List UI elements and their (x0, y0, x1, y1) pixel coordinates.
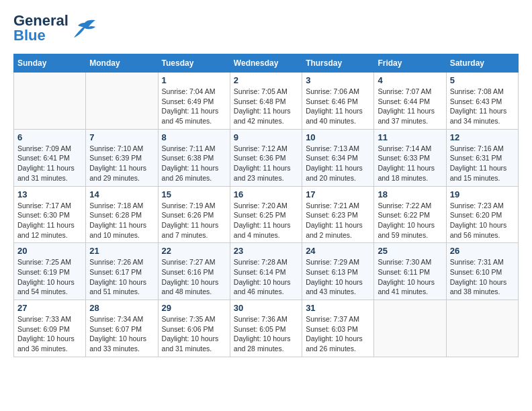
calendar-cell: 9Sunrise: 7:12 AMSunset: 6:36 PMDaylight… (230, 129, 302, 186)
calendar-cell: 11Sunrise: 7:14 AMSunset: 6:33 PMDayligh… (374, 129, 446, 186)
day-number: 21 (89, 246, 154, 256)
calendar-cell (86, 73, 158, 130)
day-number: 27 (17, 303, 82, 313)
calendar-cell (446, 300, 518, 357)
day-info: Sunrise: 7:04 AMSunset: 6:49 PMDaylight:… (162, 87, 226, 126)
calendar-cell: 23Sunrise: 7:28 AMSunset: 6:14 PMDayligh… (230, 243, 302, 300)
calendar-cell: 22Sunrise: 7:27 AMSunset: 6:16 PMDayligh… (158, 243, 230, 300)
day-info: Sunrise: 7:29 AMSunset: 6:13 PMDaylight:… (306, 257, 370, 297)
calendar-cell: 1Sunrise: 7:04 AMSunset: 6:49 PMDaylight… (158, 73, 230, 130)
calendar-header-row: SundayMondayTuesdayWednesdayThursdayFrid… (14, 54, 519, 73)
day-info: Sunrise: 7:18 AMSunset: 6:28 PMDaylight:… (89, 201, 154, 240)
day-number: 15 (162, 189, 226, 199)
day-number: 28 (89, 303, 154, 313)
calendar-cell: 2Sunrise: 7:05 AMSunset: 6:48 PMDaylight… (230, 73, 302, 130)
week-row-1: 1Sunrise: 7:04 AMSunset: 6:49 PMDaylight… (14, 73, 519, 130)
day-info: Sunrise: 7:35 AMSunset: 6:06 PMDaylight:… (162, 314, 226, 354)
day-number: 23 (234, 246, 298, 256)
day-number: 8 (162, 132, 226, 142)
day-number: 2 (234, 75, 298, 85)
day-number: 22 (162, 246, 226, 256)
day-info: Sunrise: 7:31 AMSunset: 6:10 PMDaylight:… (450, 257, 515, 297)
day-info: Sunrise: 7:21 AMSunset: 6:23 PMDaylight:… (306, 201, 370, 240)
day-info: Sunrise: 7:28 AMSunset: 6:14 PMDaylight:… (234, 257, 298, 297)
day-number: 17 (306, 189, 370, 199)
week-row-2: 6Sunrise: 7:09 AMSunset: 6:41 PMDaylight… (14, 129, 519, 186)
day-number: 29 (162, 303, 226, 313)
calendar-cell: 8Sunrise: 7:11 AMSunset: 6:38 PMDaylight… (158, 129, 230, 186)
day-number: 24 (306, 246, 370, 256)
column-header-wednesday: Wednesday (230, 54, 302, 73)
day-info: Sunrise: 7:17 AMSunset: 6:30 PMDaylight:… (17, 201, 82, 240)
calendar-cell: 31Sunrise: 7:37 AMSunset: 6:03 PMDayligh… (302, 300, 374, 357)
column-header-thursday: Thursday (302, 54, 374, 73)
logo-blue: Blue (13, 28, 69, 43)
day-number: 5 (450, 75, 515, 85)
calendar-cell: 27Sunrise: 7:33 AMSunset: 6:09 PMDayligh… (14, 300, 86, 357)
day-number: 14 (89, 189, 154, 199)
calendar-cell: 6Sunrise: 7:09 AMSunset: 6:41 PMDaylight… (14, 129, 86, 186)
day-number: 20 (17, 246, 82, 256)
day-info: Sunrise: 7:14 AMSunset: 6:33 PMDaylight:… (378, 144, 442, 183)
calendar-cell: 5Sunrise: 7:08 AMSunset: 6:43 PMDaylight… (446, 73, 518, 130)
column-header-sunday: Sunday (14, 54, 86, 73)
day-number: 4 (378, 75, 442, 85)
day-info: Sunrise: 7:25 AMSunset: 6:19 PMDaylight:… (17, 257, 82, 297)
calendar-cell: 19Sunrise: 7:23 AMSunset: 6:20 PMDayligh… (446, 186, 518, 243)
day-number: 10 (306, 132, 370, 142)
day-number: 26 (450, 246, 515, 256)
day-info: Sunrise: 7:26 AMSunset: 6:17 PMDaylight:… (89, 257, 154, 297)
day-number: 3 (306, 75, 370, 85)
week-row-4: 20Sunrise: 7:25 AMSunset: 6:19 PMDayligh… (14, 243, 519, 300)
calendar-cell: 26Sunrise: 7:31 AMSunset: 6:10 PMDayligh… (446, 243, 518, 300)
calendar-cell: 10Sunrise: 7:13 AMSunset: 6:34 PMDayligh… (302, 129, 374, 186)
day-number: 7 (89, 132, 154, 142)
day-number: 19 (450, 189, 515, 199)
calendar-cell: 24Sunrise: 7:29 AMSunset: 6:13 PMDayligh… (302, 243, 374, 300)
calendar-cell: 14Sunrise: 7:18 AMSunset: 6:28 PMDayligh… (86, 186, 158, 243)
day-number: 6 (17, 132, 82, 142)
calendar-table: SundayMondayTuesdayWednesdayThursdayFrid… (13, 54, 519, 357)
day-info: Sunrise: 7:37 AMSunset: 6:03 PMDaylight:… (306, 314, 370, 354)
week-row-3: 13Sunrise: 7:17 AMSunset: 6:30 PMDayligh… (14, 186, 519, 243)
column-header-tuesday: Tuesday (158, 54, 230, 73)
header: General Blue (13, 13, 519, 43)
calendar-cell: 15Sunrise: 7:19 AMSunset: 6:26 PMDayligh… (158, 186, 230, 243)
day-number: 9 (234, 132, 298, 142)
day-info: Sunrise: 7:05 AMSunset: 6:48 PMDaylight:… (234, 87, 298, 126)
calendar-cell: 17Sunrise: 7:21 AMSunset: 6:23 PMDayligh… (302, 186, 374, 243)
day-number: 30 (234, 303, 298, 313)
day-number: 18 (378, 189, 442, 199)
calendar-cell: 29Sunrise: 7:35 AMSunset: 6:06 PMDayligh… (158, 300, 230, 357)
calendar-cell: 7Sunrise: 7:10 AMSunset: 6:39 PMDaylight… (86, 129, 158, 186)
column-header-friday: Friday (374, 54, 446, 73)
calendar-cell: 20Sunrise: 7:25 AMSunset: 6:19 PMDayligh… (14, 243, 86, 300)
day-info: Sunrise: 7:36 AMSunset: 6:05 PMDaylight:… (234, 314, 298, 354)
calendar-cell: 28Sunrise: 7:34 AMSunset: 6:07 PMDayligh… (86, 300, 158, 357)
calendar-cell: 25Sunrise: 7:30 AMSunset: 6:11 PMDayligh… (374, 243, 446, 300)
day-info: Sunrise: 7:13 AMSunset: 6:34 PMDaylight:… (306, 144, 370, 183)
calendar-cell: 16Sunrise: 7:20 AMSunset: 6:25 PMDayligh… (230, 186, 302, 243)
day-info: Sunrise: 7:34 AMSunset: 6:07 PMDaylight:… (89, 314, 154, 354)
day-info: Sunrise: 7:33 AMSunset: 6:09 PMDaylight:… (17, 314, 82, 354)
day-number: 11 (378, 132, 442, 142)
logo-general: General (13, 13, 69, 28)
day-info: Sunrise: 7:10 AMSunset: 6:39 PMDaylight:… (89, 144, 154, 183)
column-header-saturday: Saturday (446, 54, 518, 73)
calendar-cell (374, 300, 446, 357)
day-info: Sunrise: 7:11 AMSunset: 6:38 PMDaylight:… (162, 144, 226, 183)
day-info: Sunrise: 7:06 AMSunset: 6:46 PMDaylight:… (306, 87, 370, 126)
day-info: Sunrise: 7:23 AMSunset: 6:20 PMDaylight:… (450, 201, 515, 240)
day-info: Sunrise: 7:20 AMSunset: 6:25 PMDaylight:… (234, 201, 298, 240)
calendar-cell: 3Sunrise: 7:06 AMSunset: 6:46 PMDaylight… (302, 73, 374, 130)
column-header-monday: Monday (86, 54, 158, 73)
day-number: 12 (450, 132, 515, 142)
calendar-cell: 13Sunrise: 7:17 AMSunset: 6:30 PMDayligh… (14, 186, 86, 243)
calendar-cell: 21Sunrise: 7:26 AMSunset: 6:17 PMDayligh… (86, 243, 158, 300)
calendar-cell: 18Sunrise: 7:22 AMSunset: 6:22 PMDayligh… (374, 186, 446, 243)
calendar-cell: 4Sunrise: 7:07 AMSunset: 6:44 PMDaylight… (374, 73, 446, 130)
day-info: Sunrise: 7:22 AMSunset: 6:22 PMDaylight:… (378, 201, 442, 240)
week-row-5: 27Sunrise: 7:33 AMSunset: 6:09 PMDayligh… (14, 300, 519, 357)
day-info: Sunrise: 7:12 AMSunset: 6:36 PMDaylight:… (234, 144, 298, 183)
calendar-cell: 30Sunrise: 7:36 AMSunset: 6:05 PMDayligh… (230, 300, 302, 357)
